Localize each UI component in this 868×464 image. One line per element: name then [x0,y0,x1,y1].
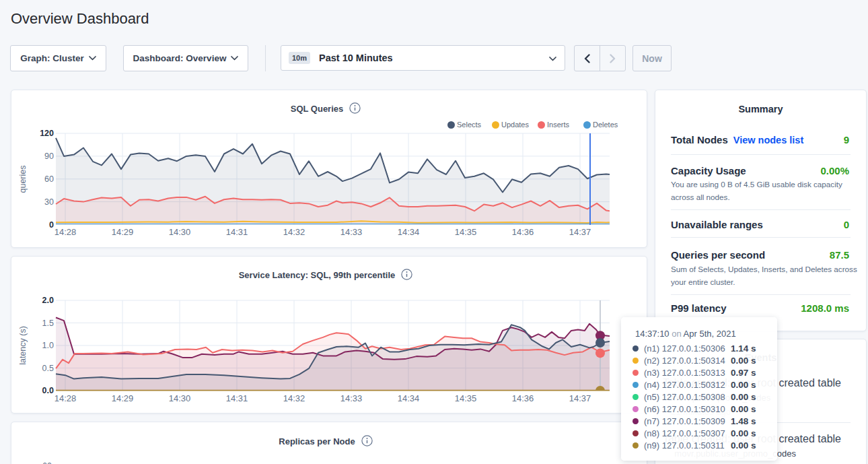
svg-text:14:29: 14:29 [112,393,134,403]
svg-text:0.0: 0.0 [42,386,54,395]
svg-text:14:30: 14:30 [169,393,191,403]
svg-text:14:30: 14:30 [169,227,191,237]
svg-text:14:28: 14:28 [55,227,77,237]
svg-text:14:34: 14:34 [398,227,420,237]
svg-text:60: 60 [44,174,54,184]
svg-text:14:31: 14:31 [226,393,248,403]
svg-text:14:35: 14:35 [455,227,477,237]
svg-text:14:31: 14:31 [226,227,248,237]
svg-text:1.0: 1.0 [42,341,54,350]
svg-text:14:35: 14:35 [455,393,477,403]
svg-text:120: 120 [40,129,54,138]
svg-text:90: 90 [44,152,54,161]
svg-text:0: 0 [49,220,54,230]
svg-text:14:33: 14:33 [340,393,363,403]
svg-text:14:29: 14:29 [112,227,134,237]
svg-text:1.5: 1.5 [42,319,54,328]
svg-text:14:32: 14:32 [283,393,305,403]
svg-text:14:33: 14:33 [340,227,363,237]
svg-text:14:36: 14:36 [512,393,534,403]
svg-text:0.5: 0.5 [42,364,54,373]
svg-text:14:32: 14:32 [283,227,305,237]
svg-text:14:37: 14:37 [569,227,591,237]
svg-text:14:28: 14:28 [55,393,77,403]
svg-text:14:36: 14:36 [512,227,534,237]
svg-text:14:34: 14:34 [398,393,420,403]
svg-text:30: 30 [44,197,54,207]
svg-text:queries: queries [18,166,28,193]
svg-text:latency (s): latency (s) [18,326,28,365]
svg-text:2.0: 2.0 [42,296,54,305]
svg-text:14:37: 14:37 [569,393,591,403]
